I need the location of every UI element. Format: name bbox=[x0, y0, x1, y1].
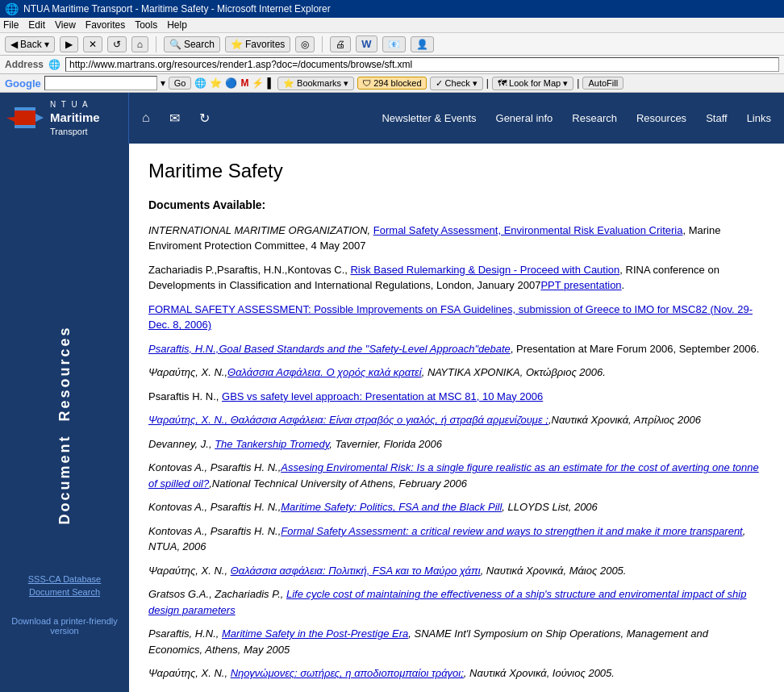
bookmarks-button[interactable]: ⭐ Bookmarks ▾ bbox=[277, 77, 354, 90]
nav-staff[interactable]: Staff bbox=[706, 112, 728, 124]
search-button[interactable]: 🔍 Search bbox=[164, 36, 220, 52]
bookmarks-star-icon: ⭐ bbox=[283, 78, 294, 88]
messenger-button[interactable]: 👤 bbox=[411, 36, 434, 52]
entry-prefix: Ψαραύτης, Χ. Ν., bbox=[148, 667, 231, 679]
media-button[interactable]: ◎ bbox=[295, 36, 315, 52]
favorites-button[interactable]: ⭐ Favorites bbox=[225, 36, 290, 52]
ie-icon: 🌐 bbox=[5, 2, 19, 15]
list-item: Psaraftis, H.N.,Goal Based Standards and… bbox=[148, 341, 765, 357]
sidebar-vertical-label: Document Resources bbox=[56, 325, 73, 524]
menu-edit[interactable]: Edit bbox=[28, 19, 45, 31]
nav-home-icon[interactable]: ⌂ bbox=[142, 110, 150, 125]
print-button[interactable]: 🖨 bbox=[330, 36, 351, 52]
menu-favorites[interactable]: Favorites bbox=[85, 19, 125, 31]
home-icon: ⌂ bbox=[137, 39, 143, 50]
window-title: NTUA Maritime Transport - Maritime Safet… bbox=[23, 3, 331, 15]
logo-area: N T U A Maritime Transport bbox=[0, 93, 129, 144]
refresh-button[interactable]: ↺ bbox=[107, 36, 127, 52]
mail-button[interactable]: 📧 bbox=[382, 36, 406, 52]
blocked-badge[interactable]: 🛡 294 blocked bbox=[357, 77, 426, 90]
check-button[interactable]: ✓ Check ▾ bbox=[430, 77, 483, 90]
entry-suffix: ,National Technical University of Athens… bbox=[209, 477, 467, 490]
autofill-sep: | bbox=[577, 77, 579, 89]
menu-tools[interactable]: Tools bbox=[135, 19, 157, 31]
toolbar-icon-g: 🌐 bbox=[194, 77, 206, 89]
document-search-link[interactable]: Document Search bbox=[6, 587, 123, 597]
entry-prefix: Ψαραύτης, Χ. Ν., bbox=[148, 366, 227, 378]
entry-prefix: Zachariadis P.,Psaraftis, H.N.,Kontovas … bbox=[148, 264, 350, 276]
word-button[interactable]: W bbox=[356, 35, 377, 52]
entry-link[interactable]: Θαλάσσια Ασφάλεια. Ο χορός καλά κρατεί bbox=[227, 366, 422, 378]
list-item: Psaraftis H. N., GBS vs safety level app… bbox=[148, 389, 765, 405]
list-item: FORMAL SAFETY ASSESSMENT: Possible Impro… bbox=[148, 302, 765, 333]
lookformap-button[interactable]: 🗺 Look for Map ▾ bbox=[492, 77, 573, 90]
bookmarks-chevron-icon: ▾ bbox=[344, 78, 348, 88]
list-item: Devanney, J., The Tankership Tromedy, Ta… bbox=[148, 436, 765, 452]
google-search-input[interactable] bbox=[44, 76, 157, 90]
logo-ntua: N T U A bbox=[50, 99, 100, 110]
address-label: Address bbox=[5, 59, 44, 70]
nav-mail-icon[interactable]: ✉ bbox=[169, 110, 180, 126]
sidebar-links: SSS-CA Database Document Search Download… bbox=[0, 568, 129, 642]
nav-refresh-icon[interactable]: ↻ bbox=[199, 110, 210, 126]
download-printer-link[interactable]: Download a printer-friendly version bbox=[6, 616, 123, 636]
address-input[interactable] bbox=[65, 57, 779, 72]
check-icon: ✓ bbox=[436, 78, 443, 88]
stop-button[interactable]: ✕ bbox=[83, 36, 102, 52]
entry-link[interactable]: Θαλάσσια ασφάλεια: Πολιτική, FSA και το … bbox=[231, 565, 481, 577]
entry-suffix: , Ναυτικά Χρονικά, Ιούνιος 2005. bbox=[464, 667, 615, 679]
main-layout: Document Resources SSS-CA Database Docum… bbox=[0, 144, 784, 692]
entry-link[interactable]: Formal Safety Assessment: a critical rev… bbox=[281, 525, 742, 537]
entry-link[interactable]: Νηογνώμονες: σωτήρες, η αποδιοπομπαίοι τ… bbox=[231, 667, 464, 679]
separator bbox=[156, 36, 156, 52]
entry-link[interactable]: Risk Based Rulemarking & Design - Procee… bbox=[350, 264, 619, 276]
messenger-icon: 👤 bbox=[416, 39, 428, 50]
list-item: Ψαραύτης, Χ. Ν., Νηογνώμονες: σωτήρες, η… bbox=[148, 665, 765, 682]
autofill-button[interactable]: AutoFill bbox=[582, 77, 623, 90]
toolbar-icon-circle: ⚡ bbox=[252, 77, 264, 89]
nav-newsletter[interactable]: Newsletter & Events bbox=[382, 112, 476, 124]
list-item: Kontovas A., Psaraftis H. N.,Formal Safe… bbox=[148, 523, 765, 555]
entry-suffix: , Ναυτικά Χρονικά, Μάιος 2005. bbox=[481, 565, 627, 577]
entry-link[interactable]: FORMAL SAFETY ASSESSMENT: Possible Impro… bbox=[148, 303, 753, 331]
google-go-button[interactable]: Go bbox=[169, 77, 192, 90]
google-logo: Google bbox=[5, 77, 41, 90]
entry-link[interactable]: Formal Safety Assessment, Environmental … bbox=[373, 224, 683, 236]
logo-icon bbox=[6, 102, 44, 133]
entry-link[interactable]: Maritime Safety in the Post-Prestige Era bbox=[222, 627, 408, 640]
menu-view[interactable]: View bbox=[55, 19, 76, 31]
document-resources-sidebar: Document Resources SSS-CA Database Docum… bbox=[0, 144, 129, 692]
svg-marker-1 bbox=[6, 110, 35, 125]
menu-help[interactable]: Help bbox=[167, 19, 187, 31]
entry-link[interactable]: The Tankership Tromedy bbox=[215, 438, 329, 450]
entry-link[interactable]: Psaraftis, H.N.,Goal Based Standards and… bbox=[148, 343, 511, 355]
entry-link[interactable]: Ψαραύτης, Χ. Ν., Θαλάσσια Ασφάλεια: Είνα… bbox=[148, 414, 548, 426]
entry-link[interactable]: Maritime Safety: Politics, FSA and the B… bbox=[281, 501, 502, 513]
entry-prefix: INTERNATIONAL MARITIME ORGANIZATION, bbox=[148, 224, 373, 236]
entry-prefix: Kontovas A., Psaraftis H. N., bbox=[148, 501, 281, 513]
menu-file[interactable]: File bbox=[3, 19, 19, 31]
ppt-link[interactable]: PPT presentation bbox=[540, 279, 621, 291]
google-bar: Google ▾ Go 🌐 ⭐ 🔵 M ⚡ ▌ ⭐ Bookmarks ▾ 🛡 … bbox=[0, 74, 784, 93]
nav-research[interactable]: Research bbox=[572, 112, 617, 124]
list-item: Gratsos G.A., Zachariadis P., Life cycle… bbox=[148, 586, 765, 618]
nav-generalinfo[interactable]: General info bbox=[496, 112, 553, 124]
back-arrow-icon: ◀ bbox=[10, 39, 18, 50]
entry-prefix: Ψαραύτης, Χ. Ν., bbox=[148, 565, 231, 577]
list-item: INTERNATIONAL MARITIME ORGANIZATION, For… bbox=[148, 223, 765, 254]
home-button[interactable]: ⌂ bbox=[131, 36, 148, 52]
title-bar: 🌐 NTUA Maritime Transport - Maritime Saf… bbox=[0, 0, 784, 18]
back-button[interactable]: ◀ Back ▾ bbox=[5, 36, 55, 52]
address-bar: Address 🌐 bbox=[0, 56, 784, 74]
list-item: Kontovas A., Psaraftis H. N.,Assesing En… bbox=[148, 460, 765, 491]
toolbar-icon-star: ⭐ bbox=[210, 77, 222, 89]
nav-links[interactable]: Links bbox=[747, 112, 771, 124]
entry-suffix: , ΝΑΥΤΙΚΑ ΧΡΟΝΙΚΑ, Οκτώβριος 2006. bbox=[422, 366, 606, 378]
list-item: Psaraftis, H.N., Maritime Safety in the … bbox=[148, 626, 765, 657]
content-area: Maritime Safety Documents Available: INT… bbox=[129, 144, 784, 692]
sss-ca-database-link[interactable]: SSS-CA Database bbox=[6, 574, 123, 584]
entry-link[interactable]: GBS vs safety level approach: Presentati… bbox=[222, 390, 543, 402]
forward-button[interactable]: ▶ bbox=[60, 36, 78, 52]
entry-suffix: , LLOYDS List, 2006 bbox=[502, 501, 598, 513]
nav-resources[interactable]: Resources bbox=[636, 112, 686, 124]
